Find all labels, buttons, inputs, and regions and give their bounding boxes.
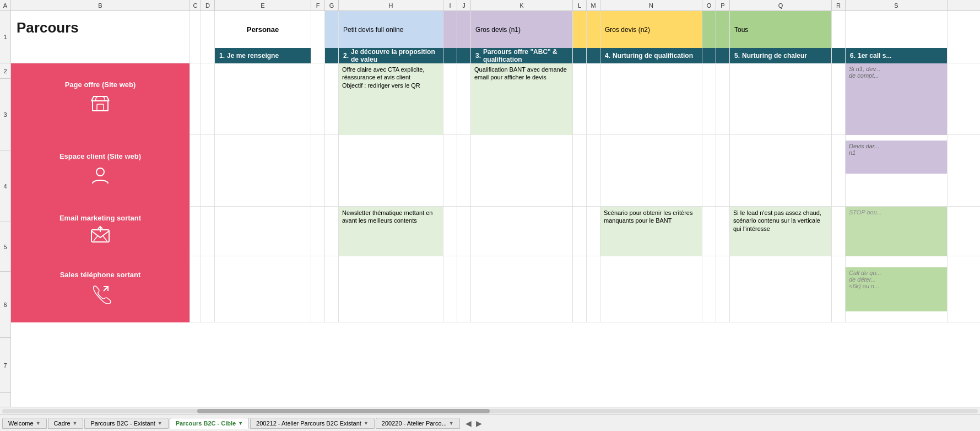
row5-k bbox=[471, 256, 573, 322]
row4-h-note: Newsletter thématique mettant en avant l… bbox=[339, 207, 443, 256]
cell-m1 bbox=[587, 11, 600, 63]
column-headers: A B C D E F G H I J K L M N O P Q R S bbox=[0, 0, 980, 11]
email-marketing-icon bbox=[90, 225, 110, 249]
note-lead-chaud-text: Si le lead n'est pas assez chaud, scénar… bbox=[733, 209, 821, 232]
persona-purple-label: Gros devis (n1) bbox=[475, 26, 521, 34]
persona-yellow-label: Gros devis (n2) bbox=[605, 26, 650, 34]
note-qualification: Qualification BANT avec demande email po… bbox=[471, 63, 572, 135]
tab-parcours-b2c-cible-label: Parcours B2C - Cible bbox=[176, 420, 236, 427]
row2-e bbox=[215, 63, 311, 135]
tab-welcome-label: Welcome bbox=[8, 420, 34, 427]
persona-purple-dot bbox=[443, 11, 457, 48]
col-header-s: S bbox=[846, 0, 947, 10]
persona-purple-cell: Gros devis (n1) bbox=[471, 11, 572, 48]
note-lead-chaud: Si le lead n'est pas assez chaud, scénar… bbox=[730, 207, 831, 256]
stage6-number: 6. bbox=[850, 52, 856, 60]
row5-g bbox=[325, 256, 339, 322]
tab-nav-left[interactable]: ◀ bbox=[463, 418, 474, 429]
svg-point-3 bbox=[96, 168, 104, 176]
horizontal-scrollbar[interactable] bbox=[0, 407, 980, 414]
row2-f bbox=[311, 63, 325, 135]
row5-m bbox=[587, 256, 600, 322]
stage4-area: Gros devis (n2) 4. Nurturing de qualific… bbox=[600, 11, 702, 63]
stage6-start bbox=[832, 48, 845, 63]
row4-j bbox=[457, 207, 471, 256]
note-scenario-bant-text: Scénario pour obtenir les critères manqu… bbox=[604, 209, 692, 224]
page-offre-title: Page offre (Site web) bbox=[65, 80, 136, 89]
col-header-d: D bbox=[201, 0, 215, 10]
stage4-start2 bbox=[587, 48, 600, 63]
parcours-title: Parcours bbox=[17, 19, 79, 36]
tab-welcome[interactable]: Welcome ▼ bbox=[2, 418, 47, 429]
stage3-label: Parcours offre "ABC" & qualification bbox=[483, 48, 568, 63]
stage4-label: Nurturing de qualification bbox=[613, 52, 693, 60]
stage3-number: 3. bbox=[475, 52, 481, 60]
row2-o bbox=[702, 63, 716, 135]
scrollbar-track[interactable] bbox=[2, 409, 978, 413]
row-header-7: 7 bbox=[0, 338, 10, 393]
tab-cadre-label: Cadre bbox=[54, 420, 71, 427]
row3-l bbox=[573, 135, 587, 207]
personae-label-area: Personae bbox=[215, 11, 311, 48]
col-header-a: A bbox=[0, 0, 11, 10]
persona-yellow-dot2 bbox=[587, 11, 600, 48]
tab-welcome-arrow[interactable]: ▼ bbox=[36, 421, 41, 426]
stage3-start2 bbox=[457, 48, 470, 63]
row3-r bbox=[832, 135, 846, 207]
note-s2: Devis dar...n1 bbox=[846, 141, 947, 174]
row3-q bbox=[730, 135, 832, 207]
cell-p1 bbox=[716, 11, 730, 63]
persona-blue-cell: Petit devis full online bbox=[339, 11, 443, 48]
tab-cadre-arrow[interactable]: ▼ bbox=[73, 421, 78, 426]
cell-g1 bbox=[325, 11, 339, 63]
row3-j bbox=[457, 135, 471, 207]
persona-green-label: Tous bbox=[734, 26, 748, 34]
parcours-title-cell: Parcours bbox=[11, 11, 190, 63]
tab-parcours-b2c-existant[interactable]: Parcours B2C - Existant ▼ bbox=[84, 418, 168, 429]
row3-e bbox=[215, 135, 311, 207]
sales-telephone-card: Sales téléphone sortant bbox=[11, 256, 190, 322]
col-header-i: I bbox=[443, 0, 457, 10]
row2-q bbox=[730, 63, 832, 135]
col-header-r: R bbox=[832, 0, 846, 10]
row2-s-note: Si n1, dev...de compt... bbox=[846, 63, 947, 135]
stage5-area: Tous 5. Nurturing de chaleur bbox=[730, 11, 832, 63]
bottom-tabs-bar: Welcome ▼ Cadre ▼ Parcours B2C - Existan… bbox=[0, 414, 980, 431]
row4-l bbox=[573, 207, 587, 256]
tab-atelier-200220-label: 200220 - Atelier Parco... bbox=[382, 420, 447, 427]
stage4-number: 4. bbox=[605, 52, 610, 60]
persona-green-dot2 bbox=[716, 11, 729, 48]
row5-d bbox=[201, 256, 215, 322]
sales-telephone-row: Sales téléphone sortant bbox=[11, 256, 980, 322]
row4-r bbox=[832, 207, 846, 256]
note-offre-cta: Offre claire avec CTA explicite, réassur… bbox=[339, 63, 443, 135]
row4-o bbox=[702, 207, 716, 256]
tab-atelier-200212-arrow[interactable]: ▼ bbox=[364, 421, 369, 426]
tab-atelier-200220[interactable]: 200220 - Atelier Parco... ▼ bbox=[376, 418, 460, 429]
spreadsheet: A B C D E F G H I J K L M N O P Q R S 1 … bbox=[0, 0, 980, 431]
scrollbar-thumb[interactable] bbox=[197, 409, 490, 413]
col-header-c: C bbox=[190, 0, 201, 10]
persona-purple-dot2 bbox=[457, 11, 470, 48]
stage3-header: 3. Parcours offre "ABC" & qualification bbox=[471, 48, 572, 63]
cell-i1 bbox=[443, 11, 457, 63]
stage3-start bbox=[443, 48, 457, 63]
tab-parcours-b2c-existant-arrow[interactable]: ▼ bbox=[158, 421, 163, 426]
row5-r bbox=[832, 256, 846, 322]
note-qualification-text: Qualification BANT avec demande email po… bbox=[474, 66, 567, 80]
tab-atelier-200220-arrow[interactable]: ▼ bbox=[449, 421, 454, 426]
cell-j1 bbox=[457, 11, 471, 63]
tab-atelier-200212[interactable]: 200212 - Atelier Parcours B2C Existant ▼ bbox=[250, 418, 375, 429]
row2-n bbox=[600, 63, 702, 135]
col-header-m: M bbox=[587, 0, 600, 10]
row3-g bbox=[325, 135, 339, 207]
tab-parcours-b2c-cible-arrow[interactable]: ▼ bbox=[238, 421, 243, 426]
row5-s-note: Call de qu...de déter...<6k) ou n... bbox=[846, 256, 947, 322]
tab-nav-right[interactable]: ▶ bbox=[474, 418, 484, 429]
persona-yellow-dot bbox=[573, 11, 586, 48]
tab-cadre[interactable]: Cadre ▼ bbox=[48, 418, 84, 429]
note-s1: Si n1, dev...de compt... bbox=[846, 63, 947, 135]
note-stop-text: STOP bou... bbox=[849, 209, 882, 216]
tab-navigation: ◀ ▶ bbox=[463, 418, 484, 429]
tab-parcours-b2c-cible[interactable]: Parcours B2C - Cible ▼ bbox=[170, 418, 249, 429]
